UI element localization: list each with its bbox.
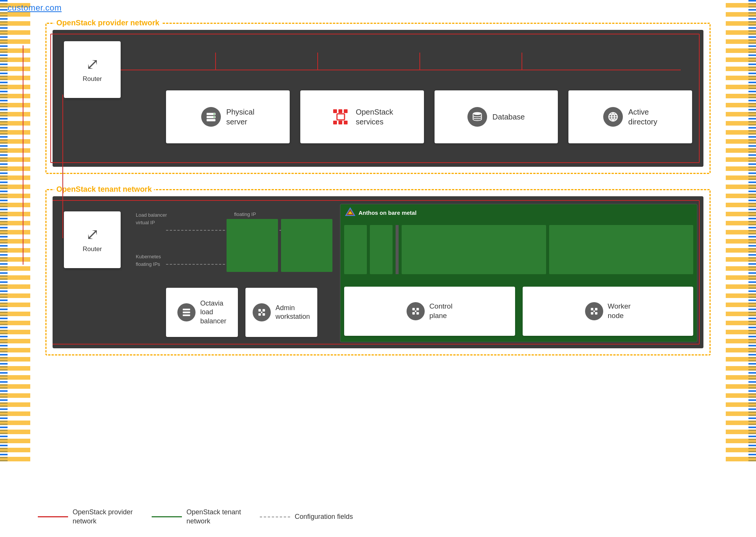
svg-rect-30 [591, 312, 593, 315]
anthos-service-boxes: Control plane Worker node [344, 287, 693, 336]
provider-network-label: OpenStack provider network [54, 19, 161, 27]
legend-config-label: Configuration fields [295, 513, 353, 521]
admin-workstation-box[interactable]: Admin workstation [245, 288, 317, 337]
page-container: customer.com OpenStack provider network … [0, 0, 756, 537]
red-connector-line [23, 45, 23, 265]
legend-dashed-line [260, 517, 290, 517]
svg-rect-8 [333, 121, 337, 124]
anthos-label: Anthos on bare metal [359, 210, 416, 216]
legend-config: Configuration fields [260, 513, 353, 521]
yellow-stripe-left [0, 0, 30, 461]
svg-rect-6 [338, 109, 342, 113]
active-directory-label: Active directory [628, 107, 657, 127]
octavia-lb-label: Octavia load balancer [200, 299, 226, 326]
router-bottom-expand-icon: ⤢ [86, 227, 99, 242]
svg-rect-11 [337, 114, 345, 120]
svg-point-27 [415, 310, 416, 312]
provider-network-boundary: OpenStack provider network ⤢ Router [45, 23, 711, 174]
router-top-box[interactable]: ⤢ Router [64, 41, 121, 98]
anthos-green-bars [344, 225, 693, 274]
tenant-inner-bg: ⤢ Router Load balancervirtual IP floatin… [53, 196, 703, 348]
legend-green-line [152, 516, 182, 517]
green-bar-1 [227, 219, 278, 272]
provider-service-boxes: Physical server [166, 90, 692, 143]
worker-node-label: Worker node [608, 302, 631, 320]
yellow-stripe-right [726, 0, 756, 461]
anthos-label-area: Anthos on bare metal [345, 207, 416, 218]
svg-rect-25 [412, 312, 415, 315]
control-plane-label: Control plane [429, 302, 452, 320]
svg-point-40 [261, 312, 262, 313]
admin-workstation-label: Admin workstation [275, 304, 310, 321]
octavia-lb-icon [177, 303, 196, 321]
svg-rect-36 [259, 309, 261, 312]
openstack-icon [331, 107, 351, 127]
database-box[interactable]: Database [435, 90, 558, 143]
legend-tenant: OpenStack tenantnetwork [152, 508, 241, 526]
svg-point-3 [214, 113, 215, 115]
router-top-label: Router [82, 75, 102, 83]
vline4 [522, 53, 522, 70]
svg-point-32 [593, 310, 595, 312]
svg-rect-10 [344, 121, 348, 124]
provider-inner-bg: ⤢ Router Ph [53, 30, 703, 167]
worker-node-icon [585, 302, 603, 320]
physical-server-label: Physical server [226, 107, 254, 127]
octavia-lb-box[interactable]: Octavia load balancer [166, 288, 238, 337]
worker-node-box[interactable]: Worker node [523, 287, 694, 336]
svg-rect-24 [416, 308, 419, 310]
svg-rect-2 [206, 119, 215, 121]
router-bottom-label: Router [82, 245, 102, 253]
router-bottom-box[interactable]: ⤢ Router [64, 211, 121, 268]
tenant-left-service-boxes: Octavia load balancer Admin workstation [166, 288, 317, 337]
anthos-section: Anthos on bare metal [340, 204, 697, 342]
physical-server-box[interactable]: Physical server [166, 90, 290, 143]
svg-rect-7 [344, 109, 348, 113]
vline2 [317, 53, 318, 70]
svg-rect-35 [183, 314, 191, 316]
main-content: OpenStack provider network ⤢ Router [38, 15, 718, 458]
svg-rect-9 [338, 121, 342, 124]
svg-rect-37 [263, 309, 265, 312]
active-directory-icon [603, 107, 623, 127]
svg-rect-5 [333, 109, 337, 113]
vline3 [419, 53, 420, 70]
vline1 [215, 53, 216, 70]
svg-rect-26 [416, 312, 419, 315]
svg-rect-23 [412, 308, 415, 310]
green-bar-2 [281, 219, 332, 272]
legend-tenant-label: OpenStack tenantnetwork [186, 508, 241, 526]
svg-rect-31 [595, 312, 598, 315]
legend-provider-label: OpenStack providernetwork [73, 508, 133, 526]
anthos-bar-3 [402, 225, 546, 274]
openstack-services-box[interactable]: OpenStack services [300, 90, 424, 143]
anthos-separator [396, 225, 399, 274]
tenant-network-label: OpenStack tenant network [54, 185, 154, 194]
anthos-bar-4 [549, 225, 694, 274]
svg-rect-29 [595, 308, 598, 310]
svg-rect-33 [183, 309, 191, 310]
openstack-services-label: OpenStack services [356, 107, 393, 127]
tenant-network-boundary: OpenStack tenant network ⤢ Router Load b… [45, 189, 711, 355]
svg-rect-38 [259, 313, 261, 316]
database-icon [467, 107, 487, 127]
anthos-bar-2 [370, 225, 393, 274]
svg-rect-28 [591, 308, 593, 310]
physical-server-icon [201, 107, 221, 127]
control-plane-icon [407, 302, 425, 320]
anthos-logo-icon [345, 207, 355, 218]
red-vertical-connector [62, 95, 63, 238]
control-plane-box[interactable]: Control plane [344, 287, 515, 336]
svg-rect-34 [183, 312, 191, 313]
router-top-expand-icon: ⤢ [86, 56, 99, 72]
active-directory-box[interactable]: Active directory [568, 90, 692, 143]
admin-workstation-icon [253, 303, 271, 321]
tenant-green-bars-left [227, 219, 332, 272]
legend-bar: OpenStack providernetwork OpenStack tena… [38, 508, 718, 526]
svg-rect-39 [263, 313, 265, 316]
database-label: Database [492, 112, 525, 122]
legend-provider: OpenStack providernetwork [38, 508, 133, 526]
svg-point-12 [473, 112, 482, 115]
anthos-bar-1 [344, 225, 367, 274]
domain-label: customer.com [8, 3, 62, 13]
